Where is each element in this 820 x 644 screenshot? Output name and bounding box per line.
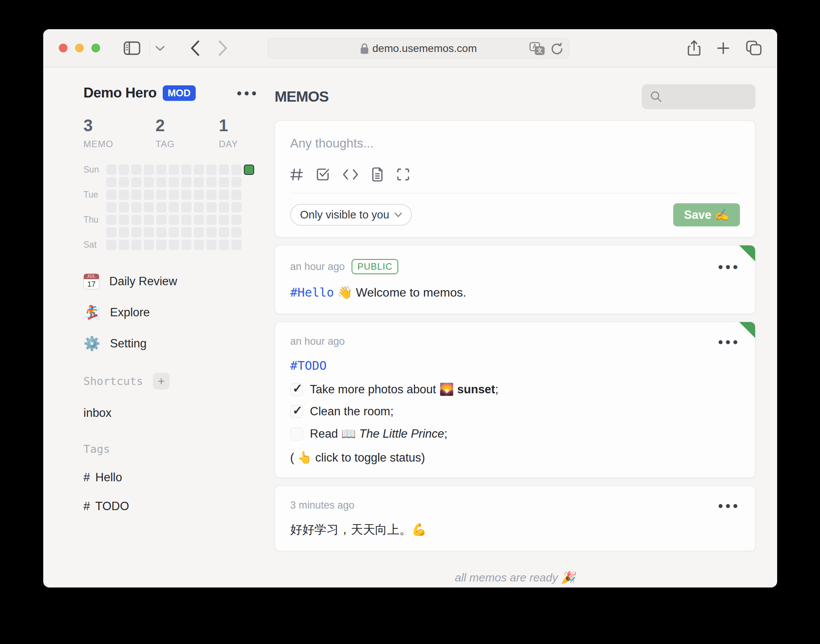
hash-icon: #	[83, 499, 90, 513]
heatmap-cell	[169, 165, 179, 175]
tag-tool-icon[interactable]	[290, 168, 303, 181]
heatmap-day-labels: SunTueThuSat	[83, 165, 102, 250]
file-tool-icon[interactable]	[371, 167, 383, 182]
heatmap-cell	[181, 190, 192, 200]
fullscreen-tool-icon[interactable]	[396, 168, 410, 181]
sidebar-item-setting[interactable]: ⚙️ Setting	[83, 336, 268, 352]
sidebar-menu-chevron-icon[interactable]	[155, 45, 165, 51]
share-icon[interactable]	[688, 40, 701, 57]
checklist-tool-icon[interactable]	[316, 168, 330, 181]
code-tool-icon[interactable]	[342, 168, 358, 181]
sidebar-tag-todo[interactable]: #TODO	[83, 499, 268, 513]
visibility-select[interactable]: Only visible to you	[290, 204, 412, 226]
new-tab-button[interactable]	[716, 41, 730, 55]
heatmap-cell	[169, 177, 179, 187]
reload-button[interactable]	[551, 42, 564, 55]
memo-tag-hello[interactable]: #Hello	[290, 285, 334, 300]
heatmap-cell	[119, 202, 129, 212]
heatmap-cell	[131, 190, 141, 200]
translate-button[interactable]: A 文	[529, 42, 545, 55]
memo-timestamp: 3 minutes ago	[290, 499, 355, 511]
search-input[interactable]	[642, 84, 756, 109]
heatmap-cell	[144, 227, 154, 237]
heatmap-cell	[131, 215, 141, 225]
forward-button[interactable]	[218, 40, 228, 57]
heatmap-cell	[219, 177, 229, 187]
memo-more-button[interactable]: ●●●	[718, 336, 740, 347]
user-name[interactable]: Demo Hero	[83, 85, 157, 101]
close-window-button[interactable]	[59, 44, 68, 52]
tab-overview-button[interactable]	[746, 41, 762, 56]
hash-icon: #	[83, 471, 90, 484]
heatmap-cell	[156, 202, 167, 212]
heatmap-cell	[219, 240, 229, 250]
heatmap-cell	[169, 240, 179, 250]
snowboarder-icon: 🏂	[83, 305, 100, 320]
task-checkbox-checked[interactable]	[290, 405, 303, 418]
pinned-corner-icon	[739, 322, 755, 338]
task-checkbox-unchecked[interactable]	[290, 427, 303, 440]
calendar-icon: JUL 17	[83, 273, 99, 289]
browser-window: demo.usememos.com A 文	[43, 29, 777, 587]
heatmap-cell	[106, 215, 116, 225]
memo-text: 👋 Welcome to memos.	[337, 286, 466, 299]
memo-editor-input[interactable]	[290, 136, 740, 159]
heatmap-cell	[181, 202, 192, 212]
heatmap-cell	[106, 240, 116, 250]
user-stats: 3 MEMO 2 TAG 1 DAY	[83, 116, 268, 149]
heatmap-cell	[219, 165, 229, 175]
zoom-window-button[interactable]	[91, 44, 100, 52]
heatmap-cell	[194, 165, 204, 175]
memo-timestamp: an hour ago	[290, 261, 345, 273]
task-checkbox-checked[interactable]	[290, 383, 303, 396]
tags-title: Tags	[83, 443, 268, 456]
heatmap-day-label: Tue	[83, 190, 102, 200]
heatmap-cell	[144, 215, 154, 225]
heatmap-cell	[206, 177, 217, 187]
memo-more-button[interactable]: ●●●	[718, 261, 740, 272]
sidebar: Demo Hero MOD ●●● 3 MEMO 2 TAG 1 DAY	[43, 67, 268, 587]
activity-heatmap: SunTueThuSat	[83, 165, 268, 250]
save-button[interactable]: Save ✍️	[673, 203, 740, 226]
heatmap-cell	[144, 190, 154, 200]
heatmap-cell	[206, 215, 217, 225]
todo-list: Take more photos about 🌄 sunset;Clean th…	[290, 382, 740, 441]
add-shortcut-button[interactable]: +	[153, 373, 170, 390]
sidebar-more-button[interactable]: ●●●	[237, 88, 259, 98]
heatmap-cell	[131, 227, 141, 237]
sidebar-tag-hello[interactable]: #Hello	[83, 471, 268, 484]
heatmap-cell	[144, 202, 154, 212]
memo-more-button[interactable]: ●●●	[718, 500, 740, 511]
heatmap-cell	[194, 227, 204, 237]
heatmap-cell	[206, 227, 217, 237]
toolbar-divider	[149, 39, 150, 58]
address-bar[interactable]: demo.usememos.com A 文	[268, 38, 569, 59]
heatmap-cell	[119, 215, 129, 225]
sidebar-item-explore[interactable]: 🏂 Explore	[83, 305, 268, 320]
window-controls	[59, 44, 100, 52]
heatmap-cell	[194, 190, 204, 200]
memo-card-chinese: 3 minutes ago ●●● 好好学习，天天向上。💪	[275, 485, 756, 551]
heatmap-cell	[231, 177, 242, 187]
stat-day: 1 DAY	[219, 116, 268, 149]
memo-tag-todo[interactable]: #TODO	[290, 358, 327, 373]
heatmap-day-label: Sun	[83, 165, 102, 175]
heatmap-cell	[169, 190, 179, 200]
heatmap-cell	[156, 177, 167, 187]
heatmap-cell	[131, 240, 141, 250]
heatmap-cell	[106, 227, 116, 237]
heatmap-cell	[156, 240, 167, 250]
sidebar-toggle-button[interactable]	[124, 41, 140, 55]
heatmap-cell	[156, 227, 167, 237]
heatmap-cell	[131, 202, 141, 212]
sidebar-item-daily-review[interactable]: JUL 17 Daily Review	[83, 273, 268, 289]
heatmap-cell	[156, 190, 167, 200]
minimize-window-button[interactable]	[75, 44, 84, 52]
shortcut-item-inbox[interactable]: inbox	[83, 406, 268, 420]
address-text: demo.usememos.com	[360, 42, 477, 55]
task-label: Take more photos about 🌄 sunset;	[310, 382, 498, 396]
back-button[interactable]	[190, 40, 200, 57]
heatmap-cell	[181, 240, 192, 250]
heatmap-cell	[231, 227, 242, 237]
heatmap-cell	[206, 240, 217, 250]
